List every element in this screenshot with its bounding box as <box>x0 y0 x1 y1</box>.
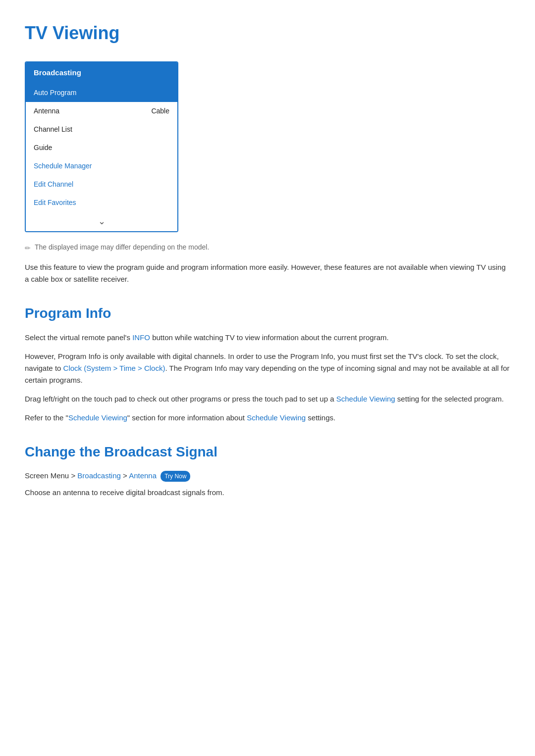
broadcast-signal-body: Choose an antenna to receive digital bro… <box>25 487 510 499</box>
menu-header: Broadcasting <box>26 62 177 84</box>
menu-item-schedule-manager[interactable]: Schedule Manager <box>26 157 177 175</box>
menu-item-antenna-value: Cable <box>151 106 169 116</box>
intro-paragraph: Use this feature to view the program gui… <box>25 261 510 285</box>
info-link[interactable]: INFO <box>132 333 150 342</box>
menu-item-auto-program[interactable]: Auto Program <box>26 84 177 102</box>
menu-footer-chevron: ⌄ <box>26 212 177 231</box>
menu-item-edit-channel[interactable]: Edit Channel <box>26 175 177 194</box>
program-info-para-1: Select the virtual remote panel's INFO b… <box>25 332 510 344</box>
menu-item-edit-favorites[interactable]: Edit Favorites <box>26 194 177 212</box>
note-text: The displayed image may differ depending… <box>35 242 209 252</box>
section-title-program-info: Program Info <box>25 303 510 324</box>
program-info-para-3: Drag left/right on the touch pad to chec… <box>25 393 510 405</box>
image-note: ✏ The displayed image may differ dependi… <box>25 242 510 253</box>
menu-item-antenna-label: Antenna <box>34 106 59 116</box>
schedule-viewing-link-2[interactable]: Schedule Viewing <box>68 413 127 422</box>
breadcrumb-antenna-link[interactable]: Antenna <box>129 471 157 480</box>
breadcrumb-broadcasting-link[interactable]: Broadcasting <box>77 471 121 480</box>
menu-item-channel-list[interactable]: Channel List <box>26 120 177 139</box>
menu-item-antenna[interactable]: Antenna Cable <box>26 102 177 120</box>
menu-panel: Broadcasting Auto Program Antenna Cable … <box>25 61 178 232</box>
page-title: TV Viewing <box>25 20 510 47</box>
schedule-viewing-link-1[interactable]: Schedule Viewing <box>336 395 395 403</box>
section-title-broadcast-signal: Change the Broadcast Signal <box>25 442 510 462</box>
try-now-badge[interactable]: Try Now <box>160 471 190 482</box>
program-info-para-4: Refer to the "Schedule Viewing" section … <box>25 412 510 424</box>
program-info-para-2: However, Program Info is only available … <box>25 351 510 386</box>
schedule-viewing-link-3[interactable]: Schedule Viewing <box>247 413 306 422</box>
clock-link[interactable]: Clock (System > Time > Clock) <box>63 364 165 372</box>
pencil-icon: ✏ <box>25 243 31 253</box>
chevron-down-icon: ⌄ <box>98 215 106 228</box>
breadcrumb: Screen Menu > Broadcasting > Antenna Try… <box>25 470 510 482</box>
menu-item-guide[interactable]: Guide <box>26 139 177 157</box>
